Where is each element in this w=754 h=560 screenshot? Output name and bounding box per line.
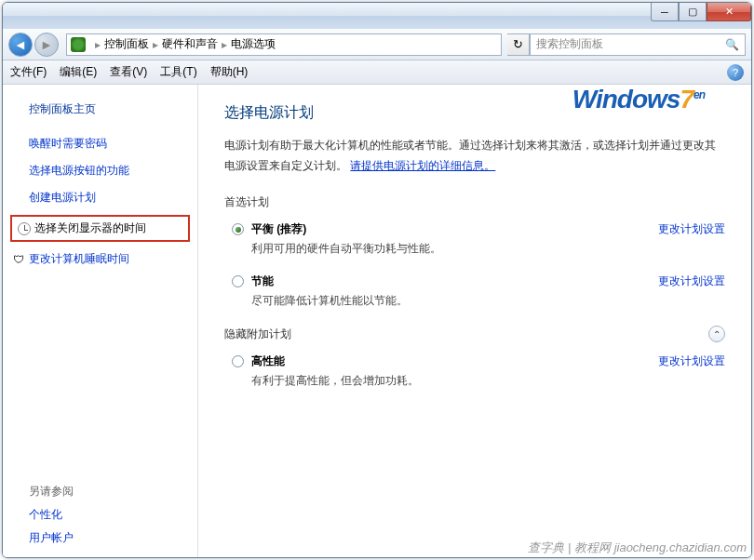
menu-bar: 文件(F) 编辑(E) 查看(V) 工具(T) 帮助(H) ? bbox=[3, 60, 751, 85]
plan-balanced: 平衡 (推荐) 利用可用的硬件自动平衡功耗与性能。 更改计划设置 bbox=[224, 221, 725, 257]
sidebar-item-label: 更改计算机睡眠时间 bbox=[29, 251, 129, 267]
page-title: 选择电源计划 bbox=[224, 103, 725, 123]
plan-saver: 节能 尽可能降低计算机性能以节能。 更改计划设置 bbox=[224, 273, 725, 309]
maximize-button[interactable]: ▢ bbox=[679, 3, 707, 21]
search-input[interactable]: 搜索控制面板 🔍 bbox=[530, 33, 746, 56]
collapse-toggle[interactable]: ⌃ bbox=[708, 326, 725, 342]
radio-balanced[interactable] bbox=[232, 223, 244, 235]
plan-desc: 利用可用的硬件自动平衡功耗与性能。 bbox=[251, 241, 643, 257]
sidebar-footer-personalization[interactable]: 个性化 bbox=[29, 507, 197, 523]
menu-help[interactable]: 帮助(H) bbox=[210, 64, 249, 80]
sidebar: 控制面板主页 唤醒时需要密码 选择电源按钮的功能 创建电源计划 选择关闭显示器的… bbox=[3, 85, 198, 557]
menu-tools[interactable]: 工具(T) bbox=[160, 64, 196, 80]
titlebar: ─ ▢ ✕ bbox=[3, 3, 751, 29]
clock-icon bbox=[18, 222, 31, 235]
plan-desc: 尽可能降低计算机性能以节能。 bbox=[251, 293, 643, 309]
plan-name: 节能 bbox=[251, 273, 643, 289]
sidebar-link-require-password[interactable]: 唤醒时需要密码 bbox=[29, 136, 197, 152]
close-button[interactable]: ✕ bbox=[707, 3, 751, 21]
breadcrumb-item[interactable]: 电源选项 bbox=[231, 36, 276, 52]
change-plan-settings-link[interactable]: 更改计划设置 bbox=[658, 353, 725, 369]
control-panel-home-link[interactable]: 控制面板主页 bbox=[29, 101, 197, 117]
control-panel-icon bbox=[71, 37, 86, 52]
nav-bar: ◄ ► ▸ 控制面板 ▸ 硬件和声音 ▸ 电源选项 ↻ 搜索控制面板 🔍 bbox=[3, 29, 751, 60]
sidebar-footer-user-accounts[interactable]: 用户帐户 bbox=[29, 530, 197, 546]
change-plan-settings-link[interactable]: 更改计划设置 bbox=[658, 273, 725, 289]
main-content: Windows7en 选择电源计划 电源计划有助于最大化计算机的性能或者节能。通… bbox=[198, 85, 751, 557]
search-placeholder: 搜索控制面板 bbox=[536, 36, 603, 52]
search-icon[interactable]: 🔍 bbox=[725, 38, 739, 51]
breadcrumb-item[interactable]: 控制面板 bbox=[104, 36, 149, 52]
plan-name: 高性能 bbox=[251, 353, 643, 369]
sidebar-link-display-off-highlighted[interactable]: 选择关闭显示器的时间 bbox=[10, 215, 190, 242]
help-icon[interactable]: ? bbox=[727, 64, 744, 81]
preferred-plans-title: 首选计划 bbox=[224, 194, 725, 210]
plan-name: 平衡 (推荐) bbox=[251, 221, 643, 237]
page-description: 电源计划有助于最大化计算机的性能或者节能。通过选择计划来将其激活，或选择计划并通… bbox=[224, 136, 725, 176]
minimize-button[interactable]: ─ bbox=[651, 3, 679, 21]
see-also-label: 另请参阅 bbox=[29, 484, 197, 500]
plan-high-performance: 高性能 有利于提高性能，但会增加功耗。 更改计划设置 bbox=[224, 353, 725, 389]
back-button[interactable]: ◄ bbox=[8, 33, 33, 57]
change-plan-settings-link[interactable]: 更改计划设置 bbox=[658, 221, 725, 237]
radio-saver[interactable] bbox=[232, 275, 244, 287]
menu-file[interactable]: 文件(F) bbox=[10, 64, 47, 80]
forward-button[interactable]: ► bbox=[34, 33, 59, 57]
menu-view[interactable]: 查看(V) bbox=[110, 64, 147, 80]
sidebar-link-create-plan[interactable]: 创建电源计划 bbox=[29, 190, 197, 206]
details-link[interactable]: 请提供电源计划的详细信息。 bbox=[350, 159, 495, 172]
plan-desc: 有利于提高性能，但会增加功耗。 bbox=[251, 373, 643, 389]
refresh-button[interactable]: ↻ bbox=[507, 33, 530, 56]
sidebar-link-sleep-time[interactable]: 🛡 更改计算机睡眠时间 bbox=[12, 251, 197, 267]
hidden-plans-title: 隐藏附加计划 bbox=[224, 327, 291, 342]
breadcrumb-item[interactable]: 硬件和声音 bbox=[162, 36, 218, 52]
address-bar[interactable]: ▸ 控制面板 ▸ 硬件和声音 ▸ 电源选项 bbox=[66, 33, 502, 56]
sidebar-item-label: 选择关闭显示器的时间 bbox=[34, 220, 146, 236]
menu-edit[interactable]: 编辑(E) bbox=[60, 64, 97, 80]
sidebar-link-power-button[interactable]: 选择电源按钮的功能 bbox=[29, 163, 197, 179]
shield-icon: 🛡 bbox=[12, 253, 25, 266]
radio-high[interactable] bbox=[232, 355, 244, 367]
